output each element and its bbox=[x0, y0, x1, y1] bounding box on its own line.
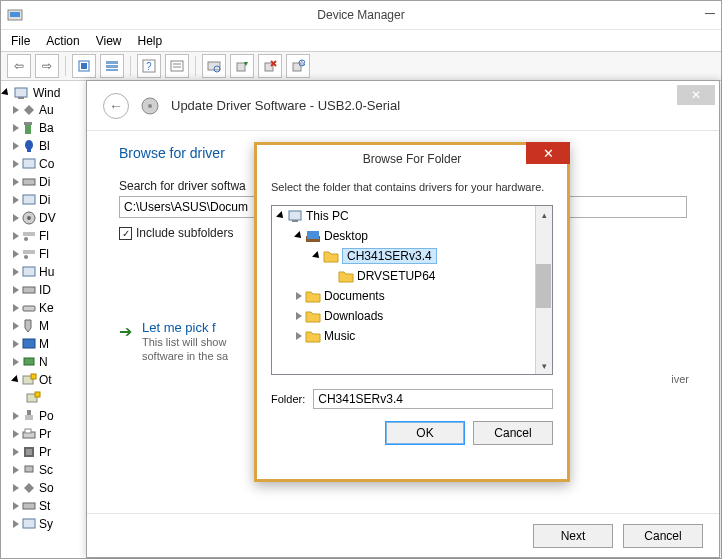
tree-selected-folder: CH341SERv3.4 bbox=[342, 248, 437, 264]
svg-rect-23 bbox=[24, 122, 32, 125]
svg-point-54 bbox=[148, 104, 152, 108]
pick-option-sub2: software in the sa bbox=[142, 349, 228, 363]
pick-option-sub1: This list will show bbox=[142, 335, 228, 349]
cancel-button[interactable]: Cancel bbox=[623, 524, 703, 548]
svg-rect-4 bbox=[106, 61, 118, 64]
tree-this-pc: This PC bbox=[306, 209, 349, 223]
tree-music: Music bbox=[324, 329, 355, 343]
update-driver-icon[interactable] bbox=[230, 54, 254, 78]
svg-rect-9 bbox=[171, 61, 183, 71]
svg-rect-26 bbox=[23, 159, 35, 168]
svg-rect-21 bbox=[18, 97, 24, 99]
svg-rect-38 bbox=[23, 339, 35, 348]
svg-text:?: ? bbox=[146, 61, 152, 72]
uninstall-icon[interactable] bbox=[258, 54, 282, 78]
svg-rect-41 bbox=[31, 374, 36, 379]
svg-rect-25 bbox=[27, 149, 31, 152]
svg-point-30 bbox=[27, 216, 31, 220]
device-manager-icon bbox=[7, 7, 23, 23]
svg-rect-22 bbox=[25, 124, 31, 134]
menu-help[interactable]: Help bbox=[138, 34, 163, 48]
svg-rect-20 bbox=[15, 88, 27, 97]
device-tree[interactable]: Wind Au Ba Bl Co Di Di DV Fl Fl Hu ID Ke… bbox=[1, 81, 87, 558]
svg-rect-35 bbox=[23, 267, 35, 276]
menu-view[interactable]: View bbox=[96, 34, 122, 48]
svg-rect-14 bbox=[237, 63, 245, 71]
scrollbar[interactable]: ▴ ▾ bbox=[535, 206, 552, 374]
svg-rect-49 bbox=[26, 449, 32, 455]
folder-input[interactable] bbox=[313, 389, 553, 409]
browse-folder-dialog: Browse For Folder ✕ Select the folder th… bbox=[254, 142, 570, 482]
svg-point-32 bbox=[24, 237, 28, 241]
help-icon[interactable]: ? bbox=[137, 54, 161, 78]
svg-rect-6 bbox=[106, 69, 118, 71]
svg-rect-47 bbox=[25, 429, 31, 433]
window-title: Device Manager bbox=[317, 8, 404, 22]
view-icon[interactable] bbox=[100, 54, 124, 78]
folder-label: Folder: bbox=[271, 393, 305, 405]
scroll-up-icon[interactable]: ▴ bbox=[536, 206, 552, 223]
svg-rect-1 bbox=[10, 12, 20, 17]
toolbar: ⇦ ⇨ ? bbox=[1, 51, 721, 81]
svg-rect-44 bbox=[27, 410, 31, 415]
svg-rect-43 bbox=[35, 392, 40, 397]
dialog-message: Select the folder that contains drivers … bbox=[257, 173, 567, 199]
forward-icon[interactable]: ⇨ bbox=[35, 54, 59, 78]
svg-rect-28 bbox=[23, 195, 35, 204]
svg-rect-27 bbox=[23, 179, 35, 185]
svg-rect-31 bbox=[23, 232, 35, 236]
svg-rect-5 bbox=[106, 65, 118, 68]
tree-documents: Documents bbox=[324, 289, 385, 303]
disable-icon[interactable] bbox=[286, 54, 310, 78]
arrow-right-icon: ➔ bbox=[119, 322, 132, 341]
back-button[interactable]: ← bbox=[103, 93, 129, 119]
truncated-text: iver bbox=[671, 373, 689, 385]
titlebar[interactable]: Device Manager ─ bbox=[1, 1, 721, 29]
svg-rect-39 bbox=[24, 358, 34, 365]
svg-rect-33 bbox=[23, 250, 35, 254]
svg-rect-55 bbox=[289, 211, 301, 220]
svg-rect-56 bbox=[292, 220, 298, 222]
wizard-title: Update Driver Software - USB2.0-Serial bbox=[171, 98, 400, 113]
tree-child-folder: DRVSETUP64 bbox=[357, 269, 435, 283]
properties-icon[interactable] bbox=[165, 54, 189, 78]
back-icon[interactable]: ⇦ bbox=[7, 54, 31, 78]
disk-icon bbox=[141, 97, 159, 115]
next-button[interactable]: Next bbox=[533, 524, 613, 548]
tree-root: Wind bbox=[33, 86, 60, 100]
minimize-icon[interactable]: ─ bbox=[705, 5, 715, 21]
svg-rect-52 bbox=[23, 519, 35, 528]
menubar: File Action View Help bbox=[1, 29, 721, 51]
scan-icon[interactable] bbox=[202, 54, 226, 78]
dialog-titlebar[interactable]: Browse For Folder ✕ bbox=[257, 145, 567, 173]
svg-rect-51 bbox=[23, 503, 35, 509]
show-hidden-icon[interactable] bbox=[72, 54, 96, 78]
svg-rect-45 bbox=[25, 415, 33, 420]
folder-tree[interactable]: This PC Desktop CH341SERv3.4 DRVSETUP64 … bbox=[271, 205, 553, 375]
svg-rect-50 bbox=[25, 466, 33, 472]
checkbox-icon: ✓ bbox=[119, 227, 132, 240]
pick-option-title[interactable]: Let me pick f bbox=[142, 320, 228, 335]
tree-desktop: Desktop bbox=[324, 229, 368, 243]
menu-action[interactable]: Action bbox=[46, 34, 79, 48]
svg-point-34 bbox=[24, 255, 28, 259]
svg-rect-37 bbox=[23, 306, 35, 311]
svg-point-24 bbox=[25, 140, 33, 150]
dialog-title: Browse For Folder bbox=[363, 152, 462, 166]
ok-button[interactable]: OK bbox=[385, 421, 465, 445]
svg-rect-58 bbox=[307, 231, 319, 239]
svg-rect-3 bbox=[81, 63, 87, 69]
scroll-thumb[interactable] bbox=[536, 264, 551, 308]
scroll-down-icon[interactable]: ▾ bbox=[536, 357, 552, 374]
cancel-button[interactable]: Cancel bbox=[473, 421, 553, 445]
close-icon[interactable]: ✕ bbox=[677, 85, 715, 105]
tree-downloads: Downloads bbox=[324, 309, 383, 323]
svg-rect-36 bbox=[23, 287, 35, 293]
menu-file[interactable]: File bbox=[11, 34, 30, 48]
close-icon[interactable]: ✕ bbox=[526, 142, 570, 164]
